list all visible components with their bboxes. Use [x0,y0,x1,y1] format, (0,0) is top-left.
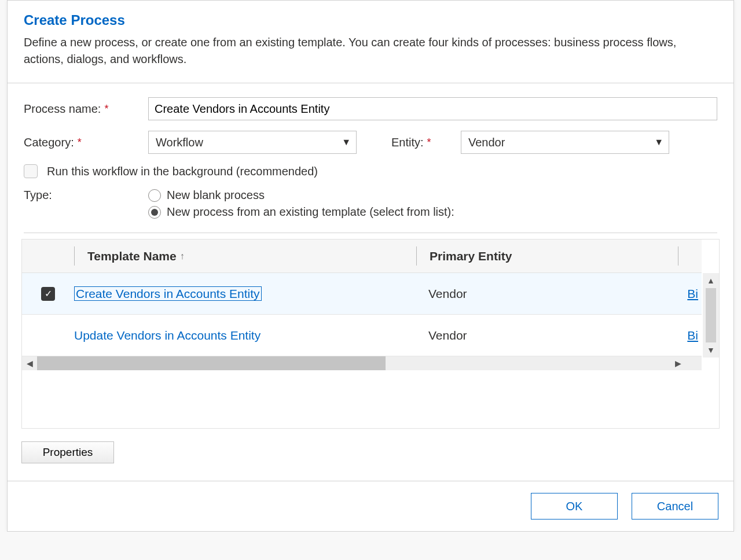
template-entity-cell: Vendor [416,287,681,301]
template-owner-peek[interactable]: Bi [681,329,702,342]
entity-select[interactable]: Vendor ▼ [461,131,669,154]
template-grid: Template Name ↑ Primary Entity ✓ [21,239,720,429]
template-owner-peek[interactable]: Bi [681,287,702,301]
grid-empty-space [22,370,719,428]
required-asterisk: * [427,137,431,149]
horizontal-scrollbar-track[interactable] [37,356,670,370]
vertical-scrollbar[interactable]: ▲ ▼ [703,273,719,358]
type-radio-blank-label: New blank process [167,189,265,202]
vertical-scrollbar-thumb[interactable] [706,288,716,342]
scroll-up-icon[interactable]: ▲ [703,273,719,288]
grid-header-row: Template Name ↑ Primary Entity [22,240,702,273]
template-entity-cell: Vendor [416,329,681,342]
required-asterisk: * [78,137,82,149]
required-asterisk: * [104,103,108,115]
process-name-label: Process name: [24,102,101,116]
category-label: Category: [24,136,74,149]
scroll-left-icon[interactable]: ◀ [22,356,37,370]
horizontal-scrollbar-thumb[interactable] [37,356,386,370]
template-name-link[interactable]: Update Vendors in Accounts Entity [74,329,261,342]
type-radio-blank[interactable] [148,189,161,202]
sort-ascending-icon: ↑ [180,251,185,261]
divider [24,233,717,233]
column-header-entity[interactable]: Primary Entity [417,249,678,263]
dialog-title: Create Process [24,12,717,28]
background-checkbox[interactable] [24,164,38,178]
category-entity-row: Category: * Workflow ▼ Entity: * Vendor … [24,131,717,154]
create-process-dialog: Create Process Define a new process, or … [7,0,734,532]
scroll-down-icon[interactable]: ▼ [703,342,719,358]
type-radio-template[interactable] [148,206,161,219]
horizontal-scrollbar[interactable]: ◀ ▶ [22,356,702,370]
grid-body: ✓ Create Vendors in Accounts Entity Vend… [22,273,702,356]
background-row: Run this workflow in the background (rec… [24,164,717,178]
column-header-entity-label: Primary Entity [430,249,512,263]
column-divider [678,246,678,266]
category-value: Workflow [148,131,357,154]
background-checkbox-label: Run this workflow in the background (rec… [47,165,318,178]
row-checkbox-checked[interactable]: ✓ [41,287,55,301]
cancel-button[interactable]: Cancel [632,493,718,520]
entity-label: Entity: [391,136,424,149]
process-name-input[interactable] [148,97,717,120]
dialog-description: Define a new process, or create one from… [24,34,717,68]
column-header-name-label: Template Name [87,249,177,263]
form-area: Process name: * Category: * Workflow ▼ E… [8,83,733,233]
properties-button[interactable]: Properties [21,441,114,463]
type-radio-template-label: New process from an existing template (s… [167,205,454,219]
column-header-name[interactable]: Template Name ↑ [75,249,416,263]
check-icon: ✓ [45,288,52,299]
table-row[interactable]: Update Vendors in Accounts Entity Vendor… [22,315,702,356]
process-name-row: Process name: * [24,97,717,120]
type-label: Type: [24,189,148,219]
template-name-link[interactable]: Create Vendors in Accounts Entity [74,286,262,301]
dialog-header: Create Process Define a new process, or … [8,1,733,83]
table-row[interactable]: ✓ Create Vendors in Accounts Entity Vend… [22,273,702,315]
ok-button[interactable]: OK [531,493,618,520]
dialog-footer: OK Cancel [8,481,733,531]
type-row: Type: New blank process New process from… [24,189,717,219]
scroll-right-icon[interactable]: ▶ [670,356,685,370]
category-select[interactable]: Workflow ▼ [148,131,357,154]
entity-value: Vendor [461,131,669,154]
